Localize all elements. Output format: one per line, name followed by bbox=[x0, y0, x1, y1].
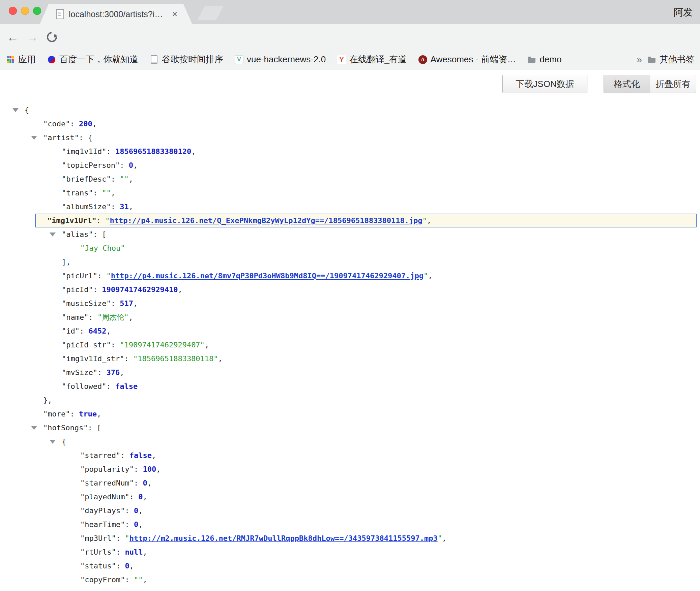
json-token: , bbox=[156, 465, 161, 473]
json-token: { bbox=[25, 106, 29, 114]
json-token: , bbox=[133, 299, 138, 308]
json-token: " bbox=[438, 534, 442, 542]
json-key: "musicSize" bbox=[62, 299, 111, 308]
other-bookmarks-label: 其他书签 bbox=[660, 54, 695, 65]
bookmark-item[interactable]: demo bbox=[527, 54, 561, 65]
json-line: "status": 0, bbox=[0, 559, 700, 573]
json-token: [ bbox=[102, 230, 106, 239]
tab-title: localhost:3000/artists?id=645 bbox=[69, 9, 167, 19]
collapse-triangle-icon[interactable] bbox=[50, 232, 56, 237]
json-token: 376 bbox=[106, 368, 120, 377]
json-url-link[interactable]: http://p4.music.126.net/8mv7qP30Pd3oHW8b… bbox=[111, 272, 424, 280]
baidu-icon bbox=[47, 55, 56, 64]
json-line: ], bbox=[0, 255, 700, 269]
json-token: 0 bbox=[125, 562, 129, 570]
back-button[interactable]: ← bbox=[4, 24, 22, 50]
json-url-link[interactable]: http://m2.music.126.net/RMJR7wDullRqppBk… bbox=[129, 534, 438, 542]
json-key: "id" bbox=[62, 327, 80, 335]
json-token: , bbox=[120, 368, 124, 377]
json-token: "Jay Chou" bbox=[80, 244, 125, 252]
bookmark-item[interactable]: Vvue-hackernews-2.0 bbox=[235, 54, 326, 65]
json-token: : bbox=[120, 451, 129, 460]
tab-close-icon[interactable]: × bbox=[172, 10, 177, 19]
awesomes-icon: A bbox=[418, 55, 427, 64]
collapse-triangle-icon[interactable] bbox=[50, 440, 56, 444]
json-line: "picId": 19097417462929410, bbox=[0, 283, 700, 297]
browser-tab[interactable]: localhost:3000/artists?id=645 × bbox=[40, 4, 192, 24]
collapse-triangle-icon[interactable] bbox=[31, 426, 37, 430]
json-token: , bbox=[147, 479, 152, 487]
json-token: true bbox=[79, 410, 97, 418]
json-line: "musicSize": 517, bbox=[0, 297, 700, 310]
json-line: { bbox=[0, 435, 700, 448]
json-token: 0 bbox=[134, 506, 138, 515]
youdao-icon: Y bbox=[337, 55, 346, 64]
collapse-triangle-icon[interactable] bbox=[31, 136, 37, 140]
collapse-all-button[interactable]: 折叠所有 bbox=[650, 75, 696, 93]
bookmark-item[interactable]: 应用 bbox=[6, 54, 36, 65]
doc-icon bbox=[150, 55, 158, 64]
view-mode-segment: 格式化 折叠所有 bbox=[604, 75, 696, 93]
format-button[interactable]: 格式化 bbox=[604, 75, 650, 93]
close-window-button[interactable] bbox=[9, 7, 17, 15]
json-token: ], bbox=[62, 258, 71, 266]
json-line: { bbox=[0, 103, 700, 117]
bookmark-item[interactable]: 谷歌按时间排序 bbox=[150, 54, 223, 65]
json-line: "img1v1Id_str": "18569651883380118", bbox=[0, 352, 700, 366]
json-token: : bbox=[93, 285, 102, 294]
profile-name[interactable]: 阿发 bbox=[674, 6, 693, 19]
bookmarks-overflow-chevron[interactable]: » bbox=[637, 54, 642, 65]
bookmark-item[interactable]: 百度一下，你就知道 bbox=[47, 54, 138, 65]
json-token: : bbox=[88, 313, 97, 321]
json-token: , bbox=[428, 272, 432, 280]
json-token: : bbox=[111, 299, 120, 308]
json-token: 0 bbox=[129, 161, 133, 169]
json-token: 6452 bbox=[88, 327, 106, 335]
json-line: "alias": [ bbox=[0, 227, 700, 241]
bookmark-item[interactable]: Y在线翻译_有道 bbox=[337, 54, 407, 65]
json-url-link[interactable]: http://p4.music.126.net/Q_ExePNkmgB2yWyL… bbox=[110, 216, 422, 225]
json-key: "starred" bbox=[80, 451, 120, 460]
json-key: "name" bbox=[62, 313, 88, 321]
bookmark-label: vue-hackernews-2.0 bbox=[247, 54, 326, 65]
new-tab-button[interactable] bbox=[197, 6, 224, 20]
json-token: : bbox=[93, 189, 102, 197]
json-token: : bbox=[97, 272, 107, 280]
bookmark-item[interactable]: AAwesomes - 前端资… bbox=[418, 54, 516, 65]
json-key: "playedNum" bbox=[80, 493, 129, 501]
json-token: , bbox=[129, 562, 134, 570]
json-key: "starredNum" bbox=[80, 479, 134, 487]
json-token: : bbox=[124, 354, 133, 363]
bookmark-label: Awesomes - 前端资… bbox=[431, 54, 516, 65]
json-key: "mp3Url" bbox=[80, 534, 116, 542]
json-key: "picUrl" bbox=[62, 272, 97, 280]
collapse-triangle-icon[interactable] bbox=[12, 108, 19, 112]
other-bookmarks-folder[interactable]: 其他书签 bbox=[647, 54, 695, 65]
json-line: "hotSongs": [ bbox=[0, 421, 700, 435]
json-token: : bbox=[106, 147, 115, 156]
json-key: "code" bbox=[43, 120, 70, 128]
bookmarks-list: 应用百度一下，你就知道谷歌按时间排序Vvue-hackernews-2.0Y在线… bbox=[6, 50, 561, 69]
json-key: "hotSongs" bbox=[43, 424, 88, 432]
json-token: : bbox=[106, 382, 115, 391]
json-token: : bbox=[93, 230, 102, 239]
forward-button[interactable]: → bbox=[24, 24, 41, 50]
json-key: "topicPerson" bbox=[62, 161, 120, 169]
json-token: : bbox=[70, 410, 79, 418]
json-line: "picId_str": "19097417462929407", bbox=[0, 338, 700, 352]
bookmark-label: 百度一下，你就知道 bbox=[59, 54, 138, 65]
json-line: "briefDesc": "", bbox=[0, 172, 700, 186]
json-token: 517 bbox=[120, 299, 133, 308]
fullscreen-window-button[interactable] bbox=[33, 7, 41, 15]
reload-button[interactable] bbox=[43, 24, 61, 50]
bookmark-label: 谷歌按时间排序 bbox=[162, 54, 223, 65]
json-line: "picUrl": "http://p4.music.126.net/8mv7q… bbox=[0, 269, 700, 283]
json-key: "picId" bbox=[62, 285, 93, 294]
json-token: : bbox=[116, 548, 125, 556]
bookmark-label: 在线翻译_有道 bbox=[349, 54, 407, 65]
json-token: 0 bbox=[134, 520, 138, 529]
minimize-window-button[interactable] bbox=[21, 7, 29, 15]
json-key: "dayPlays" bbox=[80, 506, 125, 515]
json-token: [ bbox=[97, 424, 101, 432]
download-json-button[interactable]: 下载JSON数据 bbox=[502, 75, 587, 93]
